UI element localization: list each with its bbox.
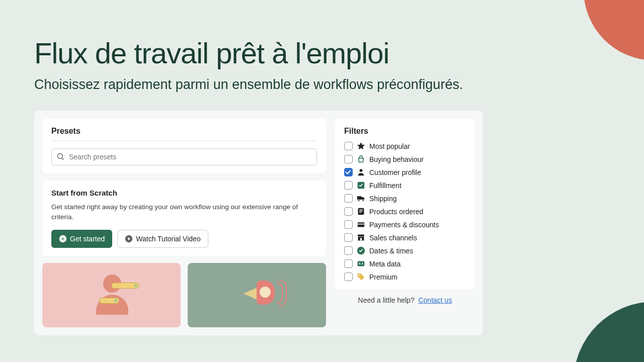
page-title: Flux de travail prêt à l'emploi (34, 36, 644, 70)
filter-checkbox[interactable] (344, 194, 353, 203)
svg-point-4 (358, 200, 360, 201)
truck-icon (357, 194, 365, 203)
search-input[interactable] (69, 153, 311, 161)
filter-checkbox[interactable] (344, 259, 353, 268)
filter-checkbox[interactable] (344, 273, 353, 281)
search-input-wrap[interactable] (51, 148, 317, 165)
help-row: Need a little help? Contact us (335, 296, 475, 304)
filter-item-meta-data[interactable]: Meta data (344, 259, 466, 268)
filters-card: Filters Most popularBuying behaviourCust… (335, 119, 475, 289)
svg-rect-7 (358, 222, 365, 227)
filter-checkbox[interactable] (344, 168, 353, 176)
help-text: Need a little help? (358, 296, 415, 304)
filter-item-fulfillment[interactable]: Fulfillment (344, 181, 466, 190)
svg-rect-6 (358, 208, 364, 215)
watch-video-label: Watch Tutorial Video (136, 235, 200, 243)
person-icon (357, 168, 365, 176)
filter-checkbox[interactable] (344, 220, 353, 229)
filter-label: Products ordered (369, 208, 423, 216)
contact-us-link[interactable]: Contact us (418, 296, 452, 304)
tag-gold-icon (357, 273, 365, 281)
preset-tile-customer[interactable] (42, 263, 181, 327)
svg-point-2 (360, 169, 363, 172)
star-icon (357, 142, 365, 150)
filter-item-most-popular[interactable]: Most popular (344, 142, 466, 150)
get-started-button[interactable]: Get started (51, 230, 112, 248)
svg-point-5 (362, 200, 364, 201)
svg-rect-9 (360, 238, 362, 240)
filter-item-products-ordered[interactable]: Products ordered (344, 207, 466, 216)
filter-label: Payments & discounts (369, 221, 439, 229)
clock-check-icon (357, 246, 365, 255)
scratch-card: Start from Scratch Get started right awa… (42, 180, 326, 256)
filter-item-dates-times[interactable]: Dates & times (344, 246, 466, 255)
filter-label: Sales channels (369, 234, 417, 242)
filter-label: Customer profile (369, 168, 421, 176)
checkbox-square-icon (357, 181, 365, 190)
preset-tile-megaphone[interactable] (188, 263, 326, 327)
filter-item-buying-behaviour[interactable]: Buying behaviour (344, 155, 466, 163)
svg-rect-8 (358, 224, 365, 225)
filter-label: Meta data (369, 260, 400, 268)
content-panel: Presets Start from Scratch Get started r… (34, 111, 483, 335)
plus-circle-icon (59, 235, 67, 243)
filter-checkbox[interactable] (344, 155, 353, 163)
filter-item-shipping[interactable]: Shipping (344, 194, 466, 203)
filter-checkbox[interactable] (344, 181, 353, 190)
scratch-description: Get started right away by creating your … (51, 202, 317, 223)
filter-checkbox[interactable] (344, 233, 353, 242)
card-icon (357, 220, 365, 229)
presets-card: Presets (42, 119, 326, 173)
page-subtitle: Choisissez rapidement parmi un ensemble … (34, 77, 644, 93)
filter-label: Shipping (369, 195, 397, 203)
scratch-title: Start from Scratch (51, 189, 317, 197)
filter-item-payments-discounts[interactable]: Payments & discounts (344, 220, 466, 229)
filter-checkbox[interactable] (344, 207, 353, 216)
filter-label: Fulfillment (369, 182, 401, 190)
code-icon (357, 259, 365, 268)
play-circle-icon (125, 235, 133, 243)
filter-checkbox[interactable] (344, 246, 353, 255)
presets-title: Presets (51, 127, 317, 141)
svg-point-12 (359, 275, 360, 276)
decorative-blob-bottom (574, 302, 644, 362)
filter-label: Dates & times (369, 247, 413, 255)
filter-item-customer-profile[interactable]: Customer profile (344, 168, 466, 176)
storefront-icon (357, 233, 365, 242)
filters-title: Filters (344, 127, 466, 136)
svg-rect-11 (358, 261, 365, 266)
avatar-3d-icon (89, 273, 134, 318)
get-started-label: Get started (70, 235, 105, 243)
basket-icon (357, 155, 365, 163)
filter-item-premium[interactable]: Premium (344, 273, 466, 281)
filter-label: Premium (369, 273, 397, 281)
watch-video-button[interactable]: Watch Tutorial Video (117, 230, 208, 248)
megaphone-3d-icon (234, 273, 280, 318)
receipt-icon (357, 207, 365, 216)
filter-checkbox[interactable] (344, 142, 353, 150)
filter-item-sales-channels[interactable]: Sales channels (344, 233, 466, 242)
search-icon (57, 153, 65, 161)
filter-label: Buying behaviour (369, 155, 424, 163)
filter-label: Most popular (369, 142, 410, 150)
